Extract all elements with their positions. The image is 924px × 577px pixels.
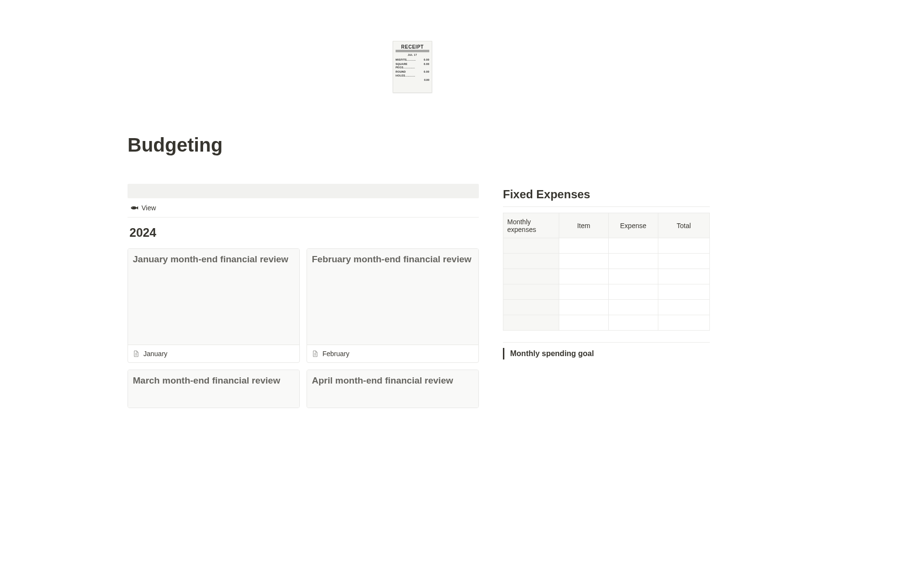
- card-title: February month-end financial review: [312, 254, 474, 265]
- monthly-spending-goal[interactable]: Monthly spending goal: [503, 348, 710, 359]
- table-header[interactable]: Monthly expenses: [503, 213, 559, 238]
- svg-marker-1: [136, 206, 138, 209]
- page-icon: [312, 350, 319, 357]
- receipt-total: 0.00: [396, 78, 429, 81]
- view-label: View: [141, 204, 156, 212]
- fixed-expenses-title: Fixed Expenses: [503, 188, 710, 207]
- gallery-card[interactable]: February month-end financial review Febr…: [307, 248, 479, 363]
- card-footer: February: [307, 345, 478, 362]
- card-footer-label: February: [322, 350, 349, 358]
- card-body: January month-end financial review: [128, 249, 299, 345]
- gallery-card[interactable]: March month-end financial review: [128, 370, 300, 408]
- card-body: April month-end financial review: [307, 370, 478, 408]
- fish-icon: [130, 206, 138, 210]
- receipt-icon: RECEIPT JUL 17 MISFITS........... 0.00 S…: [393, 41, 432, 93]
- page-icon: [133, 350, 140, 357]
- spending-goal-label: Monthly spending goal: [510, 349, 594, 358]
- page-title: Budgeting: [128, 134, 796, 156]
- view-tab[interactable]: View: [128, 198, 479, 218]
- table-header[interactable]: Expense: [608, 213, 658, 238]
- card-title: January month-end financial review: [133, 254, 295, 265]
- card-body: February month-end financial review: [307, 249, 478, 345]
- table-row: [503, 269, 710, 284]
- table-row: [503, 300, 710, 315]
- svg-point-2: [132, 207, 132, 207]
- card-footer-label: January: [143, 350, 167, 358]
- card-title: April month-end financial review: [312, 375, 474, 386]
- table-row: [503, 254, 710, 269]
- receipt-title: RECEIPT: [396, 44, 429, 52]
- gallery-card[interactable]: April month-end financial review: [307, 370, 479, 408]
- card-title: March month-end financial review: [133, 375, 295, 386]
- table-body: [503, 238, 710, 331]
- gallery-card[interactable]: January month-end financial review Janua…: [128, 248, 300, 363]
- card-footer: January: [128, 345, 299, 362]
- receipt-line: SQUARE PEGS.............. 0.00: [396, 63, 429, 69]
- receipt-line: MISFITS........... 0.00: [396, 58, 429, 62]
- table-row: [503, 284, 710, 300]
- svg-point-0: [131, 206, 137, 209]
- card-body: March month-end financial review: [128, 370, 299, 408]
- year-heading: 2024: [129, 226, 479, 240]
- divider: [503, 342, 710, 343]
- table-header[interactable]: Item: [559, 213, 608, 238]
- receipt-line: ROUND HOLES............ 0.00: [396, 70, 429, 77]
- table-row: [503, 315, 710, 331]
- table-header[interactable]: Total: [658, 213, 709, 238]
- fixed-expenses-table: Monthly expenses Item Expense Total: [503, 213, 710, 331]
- callout-placeholder: [128, 184, 479, 198]
- table-row: [503, 238, 710, 254]
- receipt-date: JUL 17: [396, 53, 429, 56]
